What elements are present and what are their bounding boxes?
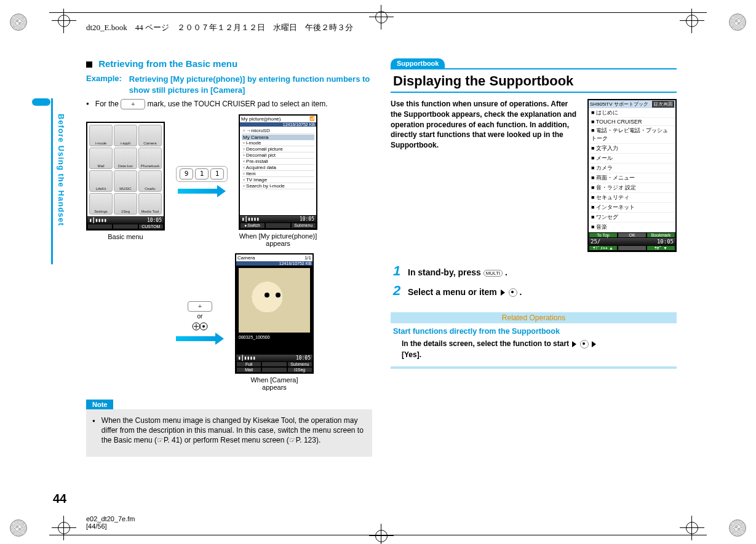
menu-cell: Mail [89, 148, 113, 169]
keycap-1a: 1 [195, 168, 209, 179]
section-title: Displaying the Supportbook [391, 72, 677, 93]
supp-title: SH905iTV サポートブック [590, 101, 648, 108]
status-left: ▮┃▮▮▮▮ [242, 216, 260, 222]
page-number: 44 [53, 492, 66, 506]
supp-item: 音・ラジオ 設定 [589, 183, 675, 193]
softkey: Submenu [291, 223, 316, 229]
basic-menu-caption: Basic menu [108, 233, 143, 240]
supp-item: インターネット [589, 203, 675, 213]
relops-header-text: Related Operations [502, 313, 565, 322]
print-header: dt20_E.book 44 ページ ２００７年１２月１２日 水曜日 午後２時３… [86, 22, 353, 33]
crop-cross-top-mid [369, 5, 394, 30]
softkey: Bookmark [647, 232, 675, 238]
supp-item: 音楽 [589, 223, 675, 232]
supp-item: カメラ [589, 164, 675, 173]
svg-point-2 [202, 325, 205, 328]
or-block: or [188, 301, 212, 331]
softkey [87, 224, 113, 229]
step1-text: In stand-by, press [408, 267, 483, 277]
note-text: When the Custom menu image is changed by… [101, 416, 366, 446]
supp-item: メール [589, 154, 675, 164]
forthe-line: For the mark, use the TOUCH CRUISER pad … [86, 99, 372, 109]
multi-key-icon: MULTI [483, 270, 503, 277]
mypic-item: Decomail picture [242, 146, 314, 152]
crop-cross-bottom-mid [369, 524, 394, 544]
mypic-item: Pre-install [242, 159, 314, 165]
mypic-caption-2: appears [239, 240, 317, 247]
menu-cell: Data box [114, 148, 137, 169]
forthe-suffix: mark, use the TOUCH CRUISER pad to selec… [148, 100, 328, 108]
status-clock: 10:05 [300, 216, 314, 222]
example-label: Example: [86, 74, 122, 95]
side-tab-line [51, 98, 53, 264]
relops-line1: In the details screen, select the functi… [402, 339, 569, 348]
menu-cell: i-mode [89, 125, 113, 146]
triangle-icon [501, 290, 505, 296]
mypic-item: →microSD [242, 128, 314, 134]
softkey: To Top [589, 232, 618, 238]
mypic-item: Decomail pict [242, 152, 314, 159]
camera-thumbnail [239, 268, 310, 333]
softkey: Submenu [287, 361, 312, 367]
side-tab-marker [32, 98, 50, 106]
status-clock: 10:05 [147, 218, 162, 223]
footer-filename: e02_dt20_7e.fm [86, 515, 135, 522]
forthe-prefix: For the [95, 100, 121, 108]
section-rule [391, 68, 677, 69]
softkey: Mail [236, 367, 261, 373]
camera-count: 1/1 [304, 255, 311, 261]
softkey [265, 223, 290, 229]
supp-item: 画面・メニュー [589, 173, 675, 183]
triangle-icon [592, 341, 596, 347]
supp-item: ワンセグ [589, 213, 675, 223]
footer-pageindex: [44/56] [86, 522, 135, 530]
menu-cell: MUSIC [114, 170, 137, 192]
mypic-title: My picture(phone) [241, 116, 281, 122]
camera-title: Camera [237, 255, 255, 261]
status-left: ▮┃▮▮▮▮ [238, 355, 256, 361]
intro-block: Use this function when unsure of operati… [391, 99, 677, 252]
menu-cell: Settings [89, 193, 113, 215]
mypic-section: My Camera [242, 135, 314, 140]
relops-header: Related Operations [391, 312, 677, 323]
mypic-caption-1: When [My picture(phone)] [239, 232, 317, 240]
heading-retrieving: Retrieving from the Basic menu [86, 58, 372, 69]
status-left: 25/ [591, 238, 600, 245]
supportbook-screenshot: SH905iTV サポートブック 目次画面 はじめに TOUCH CRUISER… [587, 99, 677, 252]
mypic-item: TV image [242, 177, 314, 183]
mypic-caption: When [My picture(phone)] appears [239, 232, 317, 247]
crop-cross-br [680, 516, 704, 540]
touchcruiser-key-icon [121, 99, 145, 109]
bottom-rule [49, 535, 707, 535]
or-label: or [197, 313, 203, 320]
example-text: Retrieving [My picture(phone)] by enteri… [129, 74, 372, 95]
arrow-right-icon [178, 187, 226, 195]
note-body: When the Custom menu image is changed by… [86, 409, 372, 457]
step1-end: . [505, 267, 507, 277]
relops-bottom-rule [391, 366, 677, 369]
key-sequence-911: 9 1 1 [176, 166, 228, 182]
softkey: OK [618, 232, 647, 238]
triangle-icon [572, 341, 576, 347]
supp-mode: 目次画面 [652, 101, 674, 108]
header-rule [49, 12, 707, 13]
side-section-label: Before Using the Handset [55, 114, 66, 226]
mypic-item: Acquired data [242, 165, 314, 171]
menu-cell: Osaifu [138, 170, 162, 192]
step-1: 1 In stand-by, press MULTI . [391, 263, 677, 279]
menu-cell: Media Tool [138, 193, 162, 215]
status-clock: 10:05 [296, 355, 311, 361]
menu-cell: Camera [138, 125, 162, 146]
softkey: Full [236, 361, 261, 367]
center-key-icon [580, 340, 589, 349]
keycap-1b: 1 [210, 168, 224, 179]
softkey: ▸Switch [240, 223, 265, 229]
bullet-dot-icon [86, 99, 92, 109]
softkey: ｻﾎﾟ ▼ [647, 245, 675, 251]
camera-caption-1: When [Camera] [250, 376, 298, 384]
mypicture-screenshot: My picture(phone) 📶 12416/10752 KB →micr… [239, 114, 317, 230]
status-clock: 10:05 [657, 238, 674, 245]
figure-row-2: or [86, 253, 372, 391]
status-left: ▮┃▮▮▮▮ [89, 218, 107, 223]
arrow-right-icon [176, 334, 224, 343]
